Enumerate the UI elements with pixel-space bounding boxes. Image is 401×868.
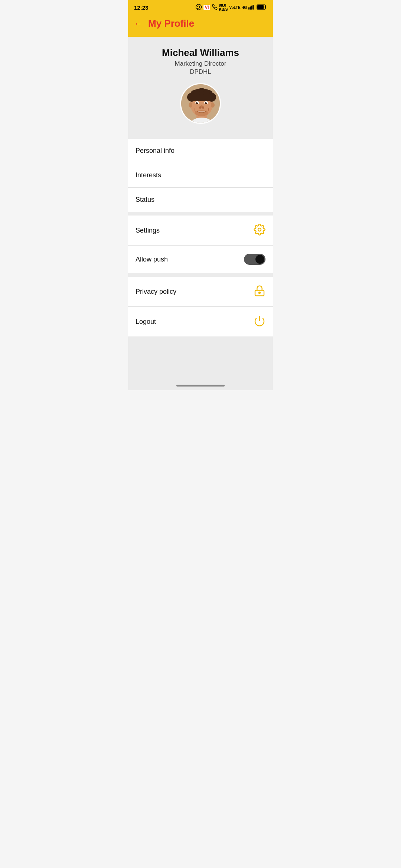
- profile-name: Micheal Williams: [162, 47, 239, 59]
- signal-bars-icon: [248, 4, 255, 10]
- menu-item-allow-push[interactable]: Allow push: [128, 246, 273, 273]
- allow-push-label: Allow push: [136, 256, 168, 263]
- menu-item-privacy-policy[interactable]: Privacy policy: [128, 277, 273, 307]
- svg-rect-4: [252, 5, 254, 10]
- menu-item-settings[interactable]: Settings: [128, 216, 273, 246]
- svg-point-30: [195, 110, 208, 116]
- home-indicator: [128, 381, 273, 390]
- menu-item-logout[interactable]: Logout: [128, 307, 273, 336]
- svg-point-34: [259, 292, 260, 293]
- svg-rect-1: [248, 7, 250, 10]
- svg-point-26: [206, 102, 207, 103]
- section-divider-1: [128, 212, 273, 216]
- status-label: Status: [136, 196, 154, 204]
- header: ← My Profile: [128, 13, 273, 37]
- svg-point-24: [205, 102, 207, 104]
- svg-point-32: [258, 228, 261, 231]
- profile-company: DPDHL: [190, 68, 211, 76]
- toggle-thumb: [255, 255, 264, 264]
- profile-section: Micheal Williams Marketing Director DPDH…: [128, 37, 273, 139]
- gear-icon: [254, 224, 265, 237]
- avatar[interactable]: [180, 83, 221, 124]
- section-divider-2: [128, 273, 273, 277]
- svg-rect-2: [250, 7, 251, 10]
- menu-item-status[interactable]: Status: [128, 188, 273, 212]
- home-bar: [176, 385, 225, 387]
- menu-section-main: Personal info Interests Status: [128, 139, 273, 212]
- push-toggle[interactable]: [244, 254, 265, 265]
- battery-icon: [257, 4, 267, 10]
- network-speed: 98.0KB/S: [219, 3, 228, 11]
- phone-icon: [212, 4, 218, 11]
- page-title: My Profile: [148, 18, 194, 29]
- bottom-gray-area: [128, 336, 273, 381]
- vi-icon: Vi: [203, 5, 210, 10]
- svg-point-28: [199, 106, 201, 109]
- privacy-policy-label: Privacy policy: [136, 288, 176, 296]
- svg-rect-3: [251, 6, 252, 10]
- profile-role: Marketing Director: [175, 60, 226, 68]
- toggle-track: [244, 254, 265, 265]
- status-bar: 12:23 Vi 98.0KB/S VoLTE 4G: [128, 0, 273, 13]
- logout-label: Logout: [136, 318, 156, 326]
- menu-item-interests[interactable]: Interests: [128, 163, 273, 188]
- status-icons: Vi 98.0KB/S VoLTE 4G: [195, 3, 267, 11]
- personal-info-label: Personal info: [136, 147, 175, 155]
- menu-section-settings: Settings Allow push: [128, 216, 273, 273]
- svg-point-23: [196, 102, 198, 104]
- settings-label: Settings: [136, 227, 160, 234]
- svg-point-25: [197, 102, 198, 103]
- back-button[interactable]: ←: [134, 20, 142, 28]
- svg-point-19: [189, 102, 192, 108]
- svg-point-20: [211, 102, 215, 108]
- svg-rect-6: [257, 5, 264, 9]
- svg-point-29: [202, 106, 204, 109]
- status-time: 12:23: [134, 4, 148, 11]
- whatsapp-icon: [195, 4, 202, 11]
- menu-section-legal: Privacy policy Logout: [128, 277, 273, 336]
- power-icon: [254, 315, 265, 328]
- menu-item-personal-info[interactable]: Personal info: [128, 139, 273, 163]
- signal-4g-icon: 4G: [242, 6, 247, 10]
- volte-icon: VoLTE: [229, 6, 240, 10]
- interests-label: Interests: [136, 171, 161, 179]
- svg-rect-18: [191, 95, 212, 101]
- svg-point-0: [196, 4, 202, 10]
- avatar-image: [181, 84, 221, 124]
- lock-icon: [254, 285, 265, 298]
